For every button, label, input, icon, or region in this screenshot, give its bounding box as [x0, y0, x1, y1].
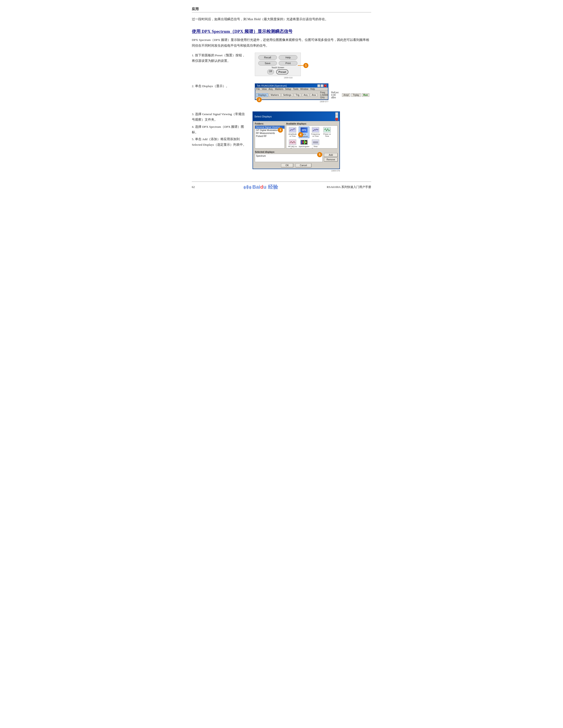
callout-5-wrapper: 5: [317, 152, 322, 157]
icons-area: Amplitude vs Time DPX DPX Spectrum: [286, 125, 338, 148]
selected-label: Selected displays:: [255, 151, 323, 153]
svg-rect-6: [303, 141, 304, 143]
menu-acq[interactable]: Acq.: [268, 88, 273, 90]
paw-left: [243, 186, 246, 189]
menu-help[interactable]: Help: [310, 88, 315, 90]
step-4-num: 4.: [192, 125, 194, 128]
spectrum-toolbar: Displays Markers Settings Trig Acq Ana F…: [255, 91, 328, 100]
step-2-text: 2. 单击 Displays（显示）。: [192, 83, 247, 89]
spectrum-title: Tek RSA6100A [Spectrum]: [257, 84, 287, 87]
menu-tools[interactable]: Tools: [293, 88, 298, 90]
step-5-num: 5.: [192, 137, 194, 141]
step-1-num: 1.: [192, 54, 194, 57]
header-title: 应用: [192, 7, 199, 11]
markers-button[interactable]: Markers: [269, 93, 280, 97]
print-button[interactable]: Print: [279, 61, 298, 65]
callout-2-wrapper: 2: [257, 97, 262, 102]
step-2-row: 2. 单击 Displays（显示）。 Tek RSA6100A [Spectr…: [192, 83, 371, 103]
steps-container: 1. 按下前面板的 Preset（预置）按钮，将仪器设置为默认的设置。 Reca…: [192, 53, 371, 172]
time-overview-label: Time Overview: [311, 145, 321, 148]
preset-arrow: 1: [298, 63, 309, 68]
intro-text: 过一段时间后，如果出现瞬态信号，则 Max Hold（最大限度保持）光迹将显示出…: [192, 17, 371, 22]
icon-spectrogram[interactable]: Spectrogram: [299, 139, 309, 148]
recall-button[interactable]: Recall: [258, 55, 277, 60]
rfiq-label: RF I&Q vs Time: [288, 145, 298, 148]
available-label: Available displays:: [286, 122, 338, 125]
displays-button[interactable]: Displays: [256, 93, 268, 97]
dialog-caption: 1909-078: [252, 170, 340, 172]
step-3-5-row: 3. 选择 General Signal Viewing（常规信号观察）文件夹。…: [192, 111, 371, 172]
step-1-caption: 1909-016: [252, 77, 293, 79]
acq-button[interactable]: Acq: [302, 93, 309, 97]
minimize-button[interactable]: _: [318, 84, 320, 87]
dialog-maximize[interactable]: □: [335, 115, 338, 118]
icon-frequency[interactable]: Frequency vs Time: [310, 127, 321, 138]
preset-button[interactable]: Preset: [276, 69, 289, 74]
step-2-description: 单击 Displays（显示）。: [195, 84, 229, 88]
ampl-button[interactable]: Ampl: [342, 93, 351, 97]
amplitude-label: Amplitude vs Time: [288, 133, 298, 137]
cancel-button[interactable]: Cancel: [296, 163, 312, 167]
step-2-image: Tek RSA6100A [Spectrum] _ □ ✕ File View …: [252, 83, 371, 103]
page-footer: 62 Baidu 经验 RSA6100A 系列快速入门用户手册: [192, 182, 371, 191]
ok-button[interactable]: OK: [281, 163, 293, 167]
icon-time-overview[interactable]: Time Overview: [310, 139, 321, 148]
icon-phase[interactable]: Phase vs Time: [322, 127, 332, 138]
svg-rect-8: [306, 141, 306, 143]
trig-button[interactable]: Trig: [294, 93, 301, 97]
available-pane: Available displays: Amplitude vs Time: [286, 122, 338, 148]
preset-panel: Recall Help Save Print Touch Screen Off …: [255, 53, 301, 76]
add-button[interactable]: Add: [324, 153, 338, 157]
selected-displays-row: Selected displays: Spectrum 5 Add: [255, 150, 338, 162]
time-overview-img: [312, 139, 319, 145]
folders-pane: Folders: General Signal Viewing GP Digit…: [255, 122, 285, 148]
run-button[interactable]: Run: [362, 93, 369, 97]
page-number: 62: [192, 185, 195, 189]
selected-item: Spectrum: [256, 155, 266, 157]
menu-window[interactable]: Window: [300, 88, 309, 90]
step-3-5-text: 3. 选择 General Signal Viewing（常规信号观察）文件夹。…: [192, 111, 247, 149]
callout-3: 3: [278, 128, 283, 133]
maximize-button[interactable]: □: [321, 84, 323, 87]
ana-button[interactable]: Ana: [310, 93, 318, 97]
step-2-num: 2.: [192, 84, 194, 88]
win-controls: _ □ ✕: [318, 84, 327, 87]
dialog-main-row: Folders: General Signal Viewing GP Digit…: [255, 122, 338, 148]
help-button[interactable]: Help: [279, 55, 298, 60]
icon-rfiq[interactable]: RF I&Q vs Time: [287, 139, 298, 148]
menu-markers[interactable]: Markers: [275, 88, 284, 90]
close-button[interactable]: ✕: [324, 84, 327, 87]
folder-pulsed[interactable]: Pulsed RF: [255, 135, 285, 138]
paw-center: [246, 185, 248, 189]
menu-view[interactable]: View: [262, 88, 267, 90]
callout-3-wrapper: 3: [278, 128, 283, 133]
dialog-minimize[interactable]: _: [335, 112, 338, 115]
amplitude-img: [289, 127, 296, 133]
doc-title: RSA6100A 系列快速入门用户手册: [327, 185, 371, 189]
step-3-num: 3.: [192, 112, 194, 116]
callout-4-wrapper: 4: [298, 132, 303, 137]
save-button[interactable]: Save: [258, 61, 277, 65]
folders-label: Folders:: [255, 122, 285, 125]
spectrogram-label: Spectrogram: [299, 145, 309, 148]
frequency-label: Frequency vs Time: [311, 133, 321, 137]
dialog-close[interactable]: ✕: [335, 118, 338, 121]
selected-area: Spectrum: [255, 154, 323, 162]
menu-file[interactable]: File: [256, 88, 260, 90]
step-1-image: Recall Help Save Print Touch Screen Off …: [252, 53, 371, 79]
trplay-button[interactable]: Trplay: [351, 93, 361, 97]
svg-rect-7: [304, 140, 305, 144]
off-button[interactable]: Off: [267, 69, 274, 74]
touch-screen-row: Touch Screen: [258, 66, 298, 69]
menu-setup[interactable]: Setup: [285, 88, 291, 90]
touch-screen-label: Touch Screen: [271, 66, 284, 69]
remove-button[interactable]: Remove: [324, 158, 338, 162]
step-3-5-image: Select Displays _ □ ✕ Folders:: [252, 111, 371, 172]
callout-2: 2: [257, 97, 262, 102]
frequency-img: [312, 127, 319, 133]
spectrum-titlebar: Tek RSA6100A [Spectrum] _ □ ✕: [255, 84, 328, 88]
settings-button[interactable]: Settings: [282, 93, 293, 97]
icon-amplitude[interactable]: Amplitude vs Time: [287, 127, 298, 138]
svg-rect-5: [301, 141, 302, 144]
bottom-buttons: OK Cancel: [255, 163, 338, 167]
